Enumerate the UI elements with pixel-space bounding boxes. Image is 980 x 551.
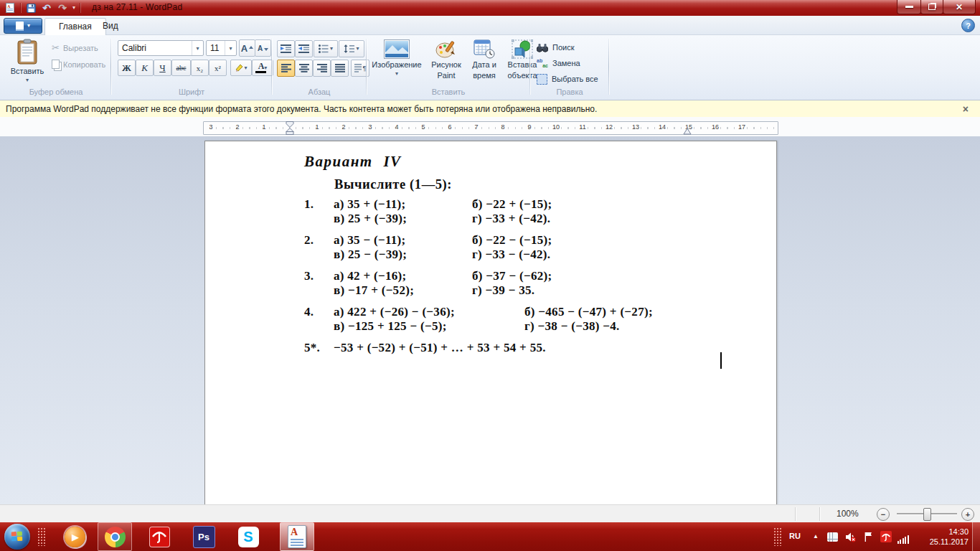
tray-avira-icon[interactable] xyxy=(880,531,892,542)
restore-button[interactable] xyxy=(920,0,943,14)
justify-icon xyxy=(335,64,345,72)
language-indicator[interactable]: RU xyxy=(789,532,801,540)
help-icon[interactable]: ? xyxy=(961,19,975,32)
highlighter-icon xyxy=(235,63,244,72)
increase-indent-button[interactable] xyxy=(295,40,313,57)
show-desktop-button[interactable] xyxy=(972,522,980,551)
problem-item: −53 + (−52) + (−51) + … + 53 + 54 + 55. xyxy=(334,341,546,355)
tab-view[interactable]: Вид xyxy=(89,18,132,34)
highlight-color-button[interactable]: ▾ xyxy=(230,60,252,76)
qat-customize-dropdown-icon[interactable]: ▾ xyxy=(72,5,75,11)
taskbar-avira[interactable] xyxy=(142,522,176,551)
taskbar-skype[interactable]: S xyxy=(231,522,265,551)
zoom-out-button[interactable]: − xyxy=(877,508,890,521)
zoom-slider-thumb[interactable] xyxy=(923,508,931,521)
font-size-select[interactable]: 11 ▾ xyxy=(206,40,237,56)
problem-3: 3. а) 42 + (−16);в) −17 + (−52); б) −37 … xyxy=(304,269,552,297)
tray-network-icon[interactable] xyxy=(897,532,909,544)
replace-icon-ab: ab xyxy=(537,58,548,63)
subscript-button[interactable]: x₂ xyxy=(191,60,209,76)
tray-action-center-flag-icon[interactable] xyxy=(862,531,875,542)
align-left-button[interactable] xyxy=(277,60,295,77)
redo-button[interactable]: ↷ xyxy=(57,2,68,14)
strikethrough-button[interactable]: abc xyxy=(171,60,191,76)
taskbar-windows-media-player[interactable]: ▶ xyxy=(57,522,92,551)
superscript-button[interactable]: x² xyxy=(209,60,227,76)
problem-item: а) 42 + (−16); xyxy=(334,269,472,283)
restore-icon xyxy=(928,4,936,10)
undo-button[interactable]: ↶ xyxy=(41,2,52,14)
start-button[interactable] xyxy=(4,524,30,550)
shrink-font-button[interactable]: A xyxy=(255,39,271,57)
taskbar-wordpad[interactable]: A xyxy=(280,522,314,551)
group-label-paragraph: Абзац xyxy=(273,88,366,96)
problem-item: г) −38 − (−38) −4. xyxy=(524,319,653,334)
document-page[interactable]: Вариант IV Вычислите (1—5): 1. а) 35 + (… xyxy=(204,141,777,505)
scissors-icon: ✂ xyxy=(52,43,60,52)
bold-button[interactable]: Ж xyxy=(118,60,136,76)
wordpad-app-icon[interactable]: A xyxy=(4,2,16,14)
justify-button[interactable] xyxy=(331,60,349,77)
close-button[interactable]: ✕ xyxy=(943,0,976,14)
align-right-button[interactable] xyxy=(313,60,331,77)
date-time-button[interactable]: Дата и время xyxy=(468,39,501,80)
cut-label: Вырезать xyxy=(63,44,98,52)
indent-markers[interactable] xyxy=(286,121,294,135)
ribbon: Вставить ▾ ✂ Вырезать Копировать Буфер о… xyxy=(0,35,980,100)
minimize-button[interactable] xyxy=(897,0,921,14)
grow-font-button[interactable]: A xyxy=(239,39,255,57)
picture-icon xyxy=(384,39,410,59)
select-all-button[interactable]: Выбрать все xyxy=(537,72,598,85)
decrease-indent-button[interactable] xyxy=(277,40,295,57)
problem-1: 1. а) 35 + (−11);в) 25 + (−39); б) −22 +… xyxy=(304,197,552,225)
tray-time: 14:30 xyxy=(913,527,969,537)
tray-utility-icon[interactable] xyxy=(826,531,839,542)
list-button[interactable]: ▾ xyxy=(314,40,338,57)
underline-button[interactable]: Ч xyxy=(154,60,171,76)
font-color-letter: А xyxy=(258,61,265,72)
problem-item: а) 35 + (−11); xyxy=(334,197,472,212)
taskbar-chrome[interactable] xyxy=(98,522,132,551)
problem-item: б) −37 − (−62); xyxy=(472,269,552,283)
font-size-value: 11 xyxy=(207,43,225,53)
paint-label-line1: Рисунок xyxy=(431,60,461,70)
align-center-icon xyxy=(299,64,309,72)
font-size-dropdown-icon[interactable]: ▾ xyxy=(225,41,236,55)
tray-date: 25.11.2017 xyxy=(913,537,969,547)
application-menu-button[interactable]: ▾ xyxy=(4,18,42,34)
svg-text:A: A xyxy=(7,4,11,9)
tray-volume-icon[interactable] xyxy=(844,531,857,542)
font-family-select[interactable]: Calibri ▾ xyxy=(118,40,204,56)
zoom-in-button[interactable]: + xyxy=(961,508,974,521)
wordpad-taskbar-icon: A xyxy=(288,525,306,548)
avira-icon xyxy=(149,527,170,547)
replace-button[interactable]: ab ac Замена xyxy=(537,57,580,70)
find-button[interactable]: Поиск xyxy=(537,41,574,54)
select-all-label: Выбрать все xyxy=(552,75,598,83)
tray-expand-icon[interactable]: ▲ xyxy=(813,533,819,540)
play-icon: ▶ xyxy=(72,532,79,542)
taskbar-photoshop[interactable]: Ps xyxy=(187,522,221,551)
warning-close-icon[interactable]: × xyxy=(960,102,971,116)
paragraph-lines-icon xyxy=(354,64,362,72)
line-spacing-button[interactable]: ▾ xyxy=(339,40,364,57)
paint-drawing-button[interactable]: Рисунок Paint xyxy=(426,39,466,80)
title-bar: A ↶ ↷ ▾ дз на 27.11 - WordPad ✕ xyxy=(0,0,980,16)
ruler-number: 14 xyxy=(659,123,666,131)
paste-button[interactable]: Вставить ▾ xyxy=(7,39,47,86)
problem-number: 2. xyxy=(304,233,334,261)
insert-picture-button[interactable]: Изображение ▾ xyxy=(369,39,425,77)
document-area: Вариант IV Вычислите (1—5): 1. а) 35 + (… xyxy=(0,136,980,504)
ruler[interactable]: 3211234567891011121314151617 xyxy=(203,121,778,135)
save-button[interactable] xyxy=(25,2,37,14)
font-family-dropdown-icon[interactable]: ▾ xyxy=(192,41,203,55)
tray-clock[interactable]: 14:30 25.11.2017 xyxy=(913,527,969,547)
right-indent-marker[interactable] xyxy=(683,128,692,135)
italic-button[interactable]: К xyxy=(136,60,154,76)
font-color-button[interactable]: А ▾ xyxy=(252,60,273,76)
problem-item: в) 25 − (−39); xyxy=(334,248,472,262)
close-icon: ✕ xyxy=(956,2,963,12)
align-center-button[interactable] xyxy=(295,60,313,77)
cut-button[interactable]: ✂ Вырезать xyxy=(52,43,98,52)
copy-button[interactable]: Копировать xyxy=(52,60,105,69)
